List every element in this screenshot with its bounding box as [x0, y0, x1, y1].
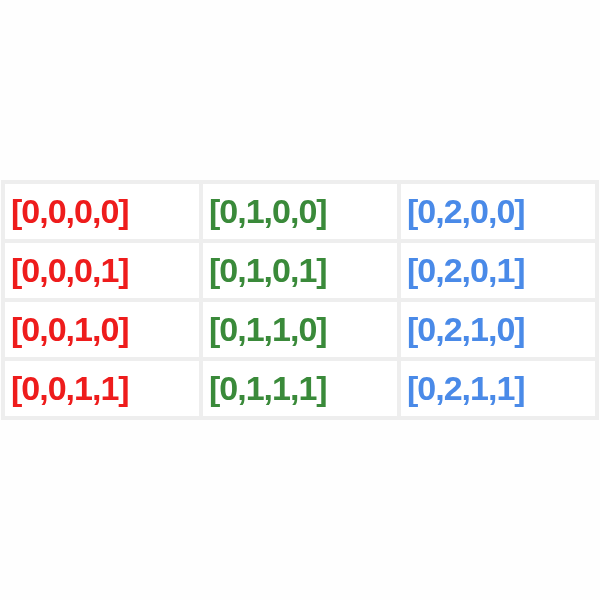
grid-cell: [0,2,0,0] [401, 184, 595, 239]
grid-cell: [0,0,1,0] [5, 302, 199, 357]
index-grid: [0,0,0,0] [0,1,0,0] [0,2,0,0] [0,0,0,1] … [1, 180, 599, 420]
grid-cell: [0,0,1,1] [5, 361, 199, 416]
grid-cell: [0,0,0,1] [5, 243, 199, 298]
grid-cell: [0,1,0,0] [203, 184, 397, 239]
grid-cell: [0,1,1,1] [203, 361, 397, 416]
grid-cell: [0,2,1,1] [401, 361, 595, 416]
grid-cell: [0,2,1,0] [401, 302, 595, 357]
grid-cell: [0,1,1,0] [203, 302, 397, 357]
grid-cell: [0,0,0,0] [5, 184, 199, 239]
grid-cell: [0,1,0,1] [203, 243, 397, 298]
grid-cell: [0,2,0,1] [401, 243, 595, 298]
